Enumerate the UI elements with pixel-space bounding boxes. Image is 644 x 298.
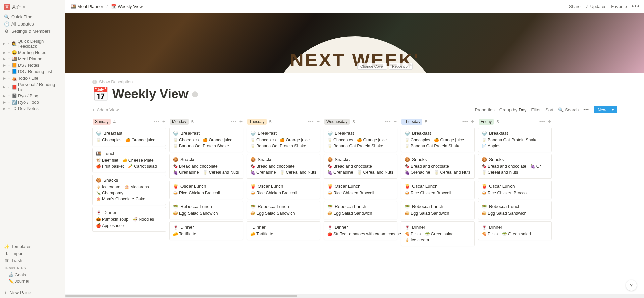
sort-button[interactable]: Sort [545,107,553,112]
board-card[interactable]: 🥗Rebecca Lunch🥪Egg Salad Sandwich [401,201,475,219]
sidebar-page[interactable]: ▶•📓Ryo / Blog [0,93,65,99]
breadcrumb-item[interactable]: 🍱Meal Planner [69,3,105,10]
share-button[interactable]: Share [569,4,581,9]
board-card[interactable]: 🍚Breakfast🥛Chocapics🍊Orange juice🥛Banana… [169,128,243,152]
change-cover-button[interactable]: Change Cover [357,63,387,70]
board-card[interactable]: 🥗Rebecca Lunch🥪Egg Salad Sandwich [478,201,552,219]
plus-icon[interactable]: + [3,279,7,284]
day-tag[interactable]: Thursday [401,119,422,125]
board-card[interactable]: 🍟Oscar Lunch🍛Rice Chicken Broccoli [478,181,552,199]
help-button[interactable]: ? [626,280,637,291]
sidebar-page[interactable]: ▶•📙DS / Notes [0,62,65,68]
caret-icon[interactable]: ▶ [2,42,7,45]
caret-icon[interactable]: ▶ [2,70,7,73]
more-icon[interactable]: ••• [231,119,237,125]
board-card[interactable]: 🍚Breakfast🥛Chocapics🍊Orange juice🥛Banana… [247,128,320,152]
board-card[interactable]: 🍟Oscar Lunch🍛Rice Chicken Broccoli [401,181,475,199]
board-card[interactable]: 🍷Dinner🧀Tartiflette [169,221,243,240]
caret-icon[interactable]: ▶ [2,77,7,80]
board-card[interactable]: 🍷Dinner🍕Pizza🥗Green salad🍦Ice cream [401,221,475,246]
show-description-button[interactable]: i Show Description [92,79,617,84]
add-card-button[interactable]: + [471,119,474,125]
sidebar-template-page[interactable]: +✏️Journal [0,278,65,284]
info-icon[interactable]: i [192,91,198,97]
board-card[interactable]: 🍷Dinner🍅Stuffed tomatoes with cream chee… [324,221,397,240]
board-card[interactable]: 🍪Snacks🍫Bread and chocolate🍇Grenadine🥛Ce… [169,154,243,179]
more-icon[interactable]: ••• [154,119,160,125]
caret-icon[interactable]: ▶ [2,85,7,89]
page-title[interactable]: Weekly View [112,87,189,101]
reposition-cover-button[interactable]: Reposition [389,63,413,70]
day-tag[interactable]: Wednesday [324,119,350,125]
board-card[interactable]: 🥗Rebecca Lunch🥪Egg Salad Sandwich [324,201,397,219]
sidebar-template-page[interactable]: +🔬Goals [0,271,65,278]
favorite-button[interactable]: Favorite [611,4,627,9]
board-card[interactable]: 🍚Breakfast🥛Chocapics🍊Orange juice🥛Banana… [401,128,475,152]
add-view-button[interactable]: + Add a View [92,107,119,112]
more-icon[interactable]: ••• [583,107,589,112]
updates-button[interactable]: ✓Updates [585,4,606,9]
add-card-button[interactable]: + [394,119,397,125]
sidebar-page[interactable]: ▶•😀Meeting Notes [0,49,65,56]
sidebar-page[interactable]: ▶•👩‍🎨Quick Design Feedback [0,38,65,49]
board-card[interactable]: 🍟Oscar Lunch🍛Rice Chicken Broccoli [169,181,243,199]
day-tag[interactable]: Friday [479,119,494,125]
sidebar-quick-find[interactable]: 🔍Quick Find [0,13,65,20]
new-page-button[interactable]: + New Page [0,287,65,298]
caret-icon[interactable]: ▶ [2,57,7,61]
sidebar-page[interactable]: ▶•⛺Todo / Life [0,75,65,81]
board-card[interactable]: 🍷Dinner🍕Pizza🥗Green salad [478,221,552,240]
sidebar-page[interactable]: ▶•📕Personal / Reading List [0,81,65,93]
more-icon[interactable]: ••• [632,3,640,10]
caret-icon[interactable]: ▶ [2,94,7,98]
sidebar-settings-members[interactable]: ⚙Settings & Members [0,28,65,35]
search-button[interactable]: 🔍Search [558,107,579,112]
more-icon[interactable]: ••• [539,119,545,125]
day-tag[interactable]: Sunday [93,119,111,125]
sidebar-trash[interactable]: 🗑Trash [0,257,65,264]
board-card[interactable]: 🍪Snacks🍫Bread and chocolate🍇Grenadine🥛Ce… [324,154,397,179]
sidebar-templates[interactable]: ✨Templates [0,243,65,250]
more-icon[interactable]: ••• [308,119,314,125]
add-card-button[interactable]: + [239,119,243,125]
new-button[interactable]: New ▾ [594,106,617,113]
sidebar-import[interactable]: ⬇Import [0,250,65,257]
board-card[interactable]: 🍚Breakfast🥛Banana Oat Protein Shake📄Appl… [478,128,552,152]
plus-icon[interactable]: + [3,272,7,277]
properties-button[interactable]: Properties [475,107,495,112]
caret-icon[interactable]: ▶ [2,107,7,110]
scrollbar-thumb[interactable] [65,295,297,297]
sidebar-page[interactable]: ▶•🖨Dev Notes [0,105,65,112]
add-card-button[interactable]: + [162,119,165,125]
add-card-button[interactable]: + [548,119,551,125]
page-icon[interactable]: 📅 [92,86,109,102]
sidebar-page[interactable]: ▶•📘DS / Reading List [0,68,65,75]
board-card[interactable]: 🍱Lunch🐮Beef filet🧀Cheese Plate🍎Fruit bas… [92,148,166,172]
board-card[interactable]: 🥗Rebecca Lunch🥪Egg Salad Sandwich [169,201,243,219]
caret-icon[interactable]: ▶ [2,51,7,54]
sidebar-page[interactable]: ▶•☑️Ryo / Todo [0,99,65,105]
groupby-button[interactable]: Group by Day [499,107,527,112]
day-tag[interactable]: Monday [170,119,189,125]
chevron-down-icon[interactable]: ▾ [612,108,616,112]
board-card[interactable]: 🍟Oscar Lunch🍛Rice Chicken Broccoli [324,181,397,199]
board-card[interactable]: 🍪Snacks🍫Bread and chocolate🍇Grenadine🥛Ce… [247,154,320,179]
sidebar-all-updates[interactable]: 🕒All Updates [0,20,65,28]
board-card[interactable]: 🍟Oscar Lunch🍛Rice Chicken Broccoli [247,181,320,199]
workspace-switcher[interactable]: 亮 亮介 ⇅ [0,3,65,11]
more-icon[interactable]: ••• [385,119,391,125]
board-card[interactable]: Dinner🧀Tartiflette [247,221,320,240]
breadcrumb-item[interactable]: 📅Weekly View [110,3,144,10]
sidebar-page[interactable]: ▶•🍱Meal Planner [0,56,65,62]
board-card[interactable]: 🍪Snacks🍫Bread and chocolate🍇Grenadine🥛Ce… [401,154,475,179]
caret-icon[interactable]: ▶ [2,101,7,104]
board-card[interactable]: 🥗Rebecca Lunch🥪Egg Salad Sandwich [247,201,320,219]
board-card[interactable]: 🍪Snacks🍦Ice cream🎂Macarons🍾Champomy🎂Mom'… [92,175,166,205]
board-card[interactable]: 🍚Breakfast🥛Chocapics🍊Orange juice [92,128,166,146]
horizontal-scrollbar[interactable] [65,294,644,298]
board-card[interactable]: 🍚Breakfast🥛Chocapics🍊Orange juice🥛Banana… [324,128,397,152]
day-tag[interactable]: Tuesday [247,119,267,125]
caret-icon[interactable]: ▶ [2,64,7,67]
filter-button[interactable]: Filter [531,107,541,112]
board-card[interactable]: 🍪Snacks🍫Bread and chocolate🍇Gr🥛Cereal an… [478,154,552,179]
